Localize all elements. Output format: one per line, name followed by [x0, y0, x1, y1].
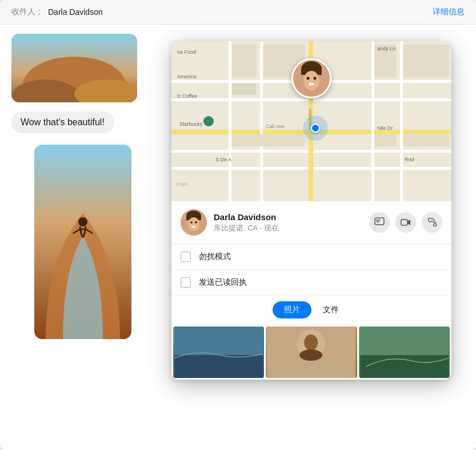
bubble-text: Wow that's beautiful!	[21, 117, 105, 127]
svg-rect-21	[403, 45, 449, 77]
send-read-receipts-row[interactable]: 发送已读回执	[171, 270, 451, 296]
contact-text: Darla Davidson 库比提诺, CA - 现在	[214, 212, 369, 233]
contact-info-section: Darla Davidson 库比提诺, CA - 现在	[171, 201, 451, 244]
map-avatar	[291, 58, 331, 98]
svg-rect-17	[232, 45, 257, 77]
svg-point-25	[203, 116, 214, 126]
detail-popup: na Food America lz Coffee Starbucks Cali…	[171, 41, 451, 380]
svg-rect-12	[229, 41, 231, 201]
photo-grid-item-1[interactable]	[173, 326, 264, 378]
details-link[interactable]: 详细信息	[433, 7, 465, 17]
photo-grid-item-2[interactable]	[266, 326, 357, 378]
tab-photos[interactable]: 照片	[273, 301, 311, 318]
contact-avatar-small	[181, 209, 207, 236]
svg-rect-23	[374, 134, 397, 146]
svg-rect-51	[375, 218, 384, 225]
location-dot-container	[303, 116, 328, 141]
send-read-receipts-label: 发送已读回执	[199, 277, 247, 288]
do-not-disturb-label: 勿扰模式	[199, 252, 231, 262]
map-section[interactable]: na Food America lz Coffee Starbucks Cali…	[171, 41, 451, 201]
photo-thumbnail-tall[interactable]	[34, 145, 131, 339]
svg-text:Cali Ave: Cali Ave	[266, 124, 285, 129]
message-bubble: Wow that's beautiful!	[11, 111, 114, 133]
svg-text:Rod: Rod	[405, 157, 414, 162]
svg-point-42	[314, 77, 317, 80]
tab-files[interactable]: 文件	[311, 301, 350, 318]
map-avatar-container	[291, 58, 331, 98]
svg-rect-57	[174, 355, 263, 378]
location-dot-glow	[303, 116, 328, 141]
svg-rect-50	[192, 226, 196, 228]
svg-rect-54	[401, 220, 407, 225]
recipient-name: Darla Davidson	[48, 7, 103, 17]
send-read-receipts-checkbox[interactable]	[181, 277, 191, 288]
svg-text:andy Ln: andy Ln	[377, 46, 395, 51]
do-not-disturb-row[interactable]: 勿扰模式	[171, 244, 451, 270]
svg-text:na Food: na Food	[177, 49, 196, 55]
svg-point-49	[195, 221, 197, 224]
message-action-button[interactable]	[369, 212, 390, 233]
phone-action-button[interactable]	[422, 212, 442, 233]
svg-point-61	[299, 349, 322, 361]
svg-text:Starbucks: Starbucks	[179, 121, 203, 127]
svg-rect-63	[360, 355, 449, 378]
photo-grid	[171, 325, 451, 380]
svg-point-48	[190, 221, 193, 224]
svg-point-5	[78, 217, 87, 226]
do-not-disturb-checkbox[interactable]	[181, 252, 191, 262]
svg-text:Legal: Legal	[176, 181, 187, 186]
svg-rect-13	[260, 41, 263, 201]
location-dot	[311, 124, 320, 133]
photo-grid-item-3[interactable]	[359, 326, 450, 378]
recipient-label: 收件人：	[11, 7, 43, 17]
contact-actions	[369, 212, 442, 233]
svg-point-60	[304, 334, 318, 351]
svg-rect-16	[400, 41, 403, 201]
svg-point-47	[188, 217, 199, 231]
tab-bar: 照片 文件	[171, 296, 451, 325]
svg-text:lz Coffee: lz Coffee	[177, 93, 197, 99]
messages-panel: 收件人： Darla Davidson 详细信息	[0, 0, 476, 450]
photo-thumbnail-top[interactable]	[11, 34, 137, 102]
contact-location: 库比提诺, CA - 现在	[214, 223, 369, 233]
svg-rect-43	[309, 83, 314, 85]
svg-rect-15	[371, 41, 374, 201]
svg-text:S De A: S De A	[215, 157, 231, 162]
svg-rect-53	[376, 221, 379, 222]
svg-text:Nile Dr: Nile Dr	[377, 125, 393, 131]
messages-header: 收件人： Darla Davidson 详细信息	[0, 0, 476, 25]
svg-rect-22	[232, 134, 305, 146]
svg-point-40	[303, 71, 319, 90]
svg-point-41	[307, 77, 310, 80]
svg-rect-52	[376, 220, 381, 221]
svg-rect-19	[232, 83, 257, 95]
svg-marker-55	[407, 220, 410, 225]
svg-rect-24	[403, 134, 449, 146]
svg-text:America: America	[177, 74, 196, 79]
contact-name: Darla Davidson	[214, 212, 369, 222]
video-action-button[interactable]	[395, 212, 416, 233]
